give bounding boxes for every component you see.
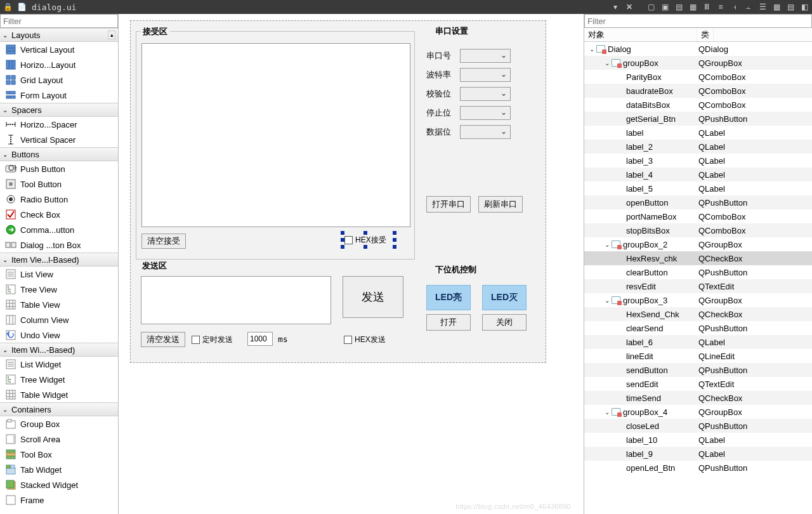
widget-item[interactable]: Vertical Layout bbox=[0, 42, 118, 57]
parity-combobox[interactable] bbox=[460, 87, 511, 101]
stop-combobox[interactable] bbox=[460, 106, 511, 120]
clear-receive-button[interactable]: 清空接受 bbox=[141, 234, 186, 249]
widget-item[interactable]: Undo View bbox=[0, 327, 118, 343]
hex-send-label: HEX发送 bbox=[355, 334, 386, 345]
widget-item[interactable]: Tool Box bbox=[0, 447, 118, 462]
widget-item[interactable]: List Widget bbox=[0, 357, 118, 372]
dropdown-icon[interactable]: ▾ bbox=[610, 2, 620, 12]
close-led-button[interactable]: 关闭 bbox=[482, 314, 527, 331]
widget-item[interactable]: Radio Button bbox=[0, 192, 118, 207]
receive-title: 接受区 bbox=[140, 26, 170, 37]
widget-item[interactable]: OKPush Button bbox=[0, 161, 118, 176]
send-button[interactable]: 发送 bbox=[343, 276, 403, 318]
widget-item[interactable]: Check Box bbox=[0, 207, 118, 222]
pushbtn-icon: OK bbox=[5, 163, 16, 175]
tool-icon[interactable]: ⫠ bbox=[743, 2, 754, 12]
groupbox-receive[interactable]: 接受区 清空接受 HEX接受 bbox=[136, 31, 415, 260]
groupbox-lower[interactable]: 下位机控制 LED亮 LED灭 打开 关闭 bbox=[424, 270, 537, 352]
hex-send-checkbox[interactable]: HEX发送 bbox=[344, 334, 386, 345]
widget-item[interactable]: Horizo...Spacer bbox=[0, 117, 118, 132]
tool-icon[interactable]: ▣ bbox=[660, 2, 670, 12]
svg-rect-11 bbox=[10, 91, 15, 94]
widget-item[interactable]: Tree View bbox=[0, 282, 118, 297]
widget-item-label: Comma...utton bbox=[20, 225, 74, 235]
tool-icon[interactable]: ▤ bbox=[674, 2, 684, 12]
widget-item[interactable]: Form Layout bbox=[0, 88, 118, 103]
tool-icon[interactable]: ▦ bbox=[771, 2, 782, 12]
svg-rect-6 bbox=[6, 76, 10, 79]
tool-icon[interactable]: ◧ bbox=[799, 2, 809, 12]
tool-icon[interactable]: ▢ bbox=[646, 2, 656, 12]
widget-item[interactable]: Comma...utton bbox=[0, 222, 118, 237]
svg-rect-66 bbox=[6, 496, 15, 504]
tool-icon[interactable]: ⫞ bbox=[730, 2, 740, 12]
widget-section-header[interactable]: ⌄Item Vie...l-Based) bbox=[0, 253, 118, 267]
data-combobox[interactable] bbox=[460, 125, 511, 139]
close-tool-icon[interactable]: ✕ bbox=[624, 2, 634, 12]
widget-item[interactable]: Table Widget bbox=[0, 387, 118, 402]
svg-point-17 bbox=[9, 182, 13, 186]
svg-rect-60 bbox=[6, 456, 15, 459]
widget-item[interactable]: Group Box bbox=[0, 416, 118, 432]
dialog-form[interactable]: 接受区 清空接受 HEX接受 bbox=[130, 20, 546, 363]
tool-icon[interactable]: Ⅲ bbox=[702, 2, 712, 12]
hex-receive-checkbox[interactable]: HEX接受 bbox=[344, 235, 386, 246]
tool-icon[interactable]: ☰ bbox=[757, 2, 768, 12]
class-name: QComboBox bbox=[697, 226, 812, 235]
clear-send-button[interactable]: 清空发送 bbox=[141, 332, 185, 347]
widget-section-header[interactable]: ⌄Containers bbox=[0, 402, 118, 416]
class-name: QPushButton bbox=[697, 268, 812, 277]
class-name: QComboBox bbox=[697, 86, 812, 96]
tool-icon[interactable]: ▤ bbox=[785, 2, 796, 12]
widgetbox-filter-input[interactable] bbox=[0, 14, 118, 28]
widget-item[interactable]: Tool Button bbox=[0, 176, 118, 192]
tool-icon[interactable]: ≡ bbox=[716, 2, 726, 12]
svg-rect-1 bbox=[6, 48, 15, 51]
tablev-icon bbox=[5, 299, 16, 310]
class-name: QPushButton bbox=[697, 324, 812, 333]
widget-item-label: Table View bbox=[20, 300, 60, 310]
widget-item[interactable]: Vertical Spacer bbox=[0, 132, 118, 147]
scroll-up-icon[interactable]: ▴ bbox=[108, 30, 115, 39]
refresh-serial-button[interactable]: 刷新串口 bbox=[478, 196, 523, 213]
widget-item-label: Tool Box bbox=[20, 450, 52, 459]
widget-item[interactable]: Grid Layout bbox=[0, 72, 118, 88]
widget-item[interactable]: Table View bbox=[0, 297, 118, 312]
groupbox-send[interactable]: 发送区 发送 清空发送 定时发送 1000 ms HEX发送 bbox=[136, 266, 415, 355]
open-serial-button[interactable]: 打开串口 bbox=[426, 196, 471, 213]
groupbox-serial[interactable]: 串口设置 串口号 波特率 校验位 bbox=[424, 31, 537, 227]
widget-section-header[interactable]: ⌄Layouts▴ bbox=[0, 28, 118, 42]
open-led-button[interactable]: 打开 bbox=[426, 314, 471, 331]
tool-icon[interactable]: ▦ bbox=[688, 2, 698, 12]
frame-icon bbox=[5, 494, 16, 506]
widget-section-header[interactable]: ⌄Spacers bbox=[0, 103, 118, 117]
form-designer-canvas[interactable]: 接受区 清空接受 HEX接受 bbox=[119, 14, 584, 514]
widget-item[interactable]: Column View bbox=[0, 312, 118, 327]
class-name: QCheckBox bbox=[697, 393, 812, 403]
timer-ms-input[interactable]: 1000 bbox=[247, 332, 273, 346]
baud-combobox[interactable] bbox=[460, 68, 511, 82]
widget-item[interactable]: Stacked Widget bbox=[0, 477, 118, 492]
widget-section-header[interactable]: ⌄Buttons bbox=[0, 147, 118, 161]
section-title: Item Wi...-Based) bbox=[11, 345, 75, 355]
cmdlink-icon bbox=[5, 224, 16, 235]
widget-item[interactable]: Dialog ...ton Box bbox=[0, 237, 118, 253]
port-combobox[interactable] bbox=[460, 49, 511, 63]
widget-item[interactable]: Horizo...Layout bbox=[0, 57, 118, 72]
svg-rect-65 bbox=[6, 480, 14, 488]
hlayout-icon bbox=[5, 59, 16, 70]
widget-item[interactable]: Tab Widget bbox=[0, 462, 118, 477]
class-name: QLabel bbox=[697, 142, 812, 152]
send-textedit[interactable] bbox=[141, 276, 331, 324]
widget-item-label: Push Button bbox=[20, 164, 65, 174]
widget-section-header[interactable]: ⌄Item Wi...-Based) bbox=[0, 343, 118, 357]
chevron-down-icon: ⌄ bbox=[3, 346, 8, 353]
timer-send-checkbox[interactable]: 定时发送 bbox=[192, 334, 233, 345]
class-name: QGroupBox bbox=[697, 407, 812, 417]
widget-item[interactable]: Tree Widget bbox=[0, 372, 118, 387]
widget-item[interactable]: List View bbox=[0, 267, 118, 282]
receive-textedit[interactable] bbox=[141, 43, 410, 227]
widget-item[interactable]: Frame bbox=[0, 492, 118, 508]
widget-item[interactable]: Scroll Area bbox=[0, 432, 118, 447]
widget-item-label: Horizo...Spacer bbox=[20, 120, 77, 129]
